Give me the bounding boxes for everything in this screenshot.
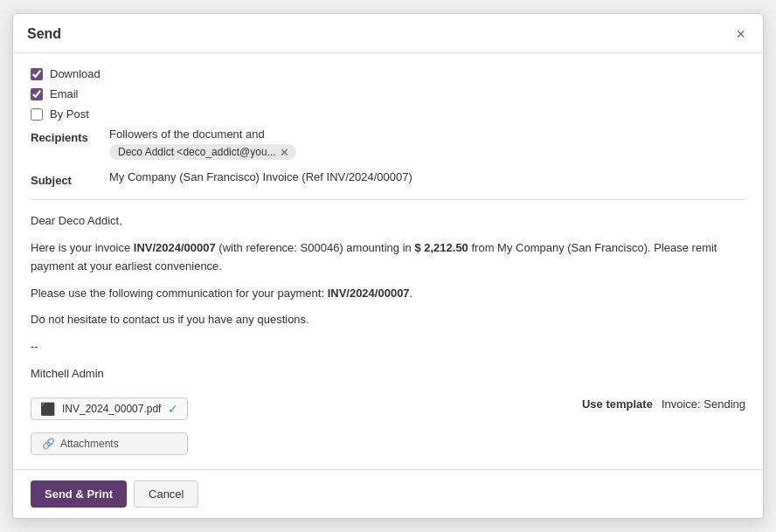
use-template-area: Use template Invoice: Sending xyxy=(582,397,745,411)
attachments-icon: 🔗 xyxy=(42,438,55,450)
paragraph3: Do not hesitate to contact us if you hav… xyxy=(31,311,745,329)
greeting: Dear Deco Addict, xyxy=(31,212,745,231)
email-label[interactable]: Email xyxy=(50,87,79,100)
close-button[interactable]: × xyxy=(732,24,749,44)
subject-value: My Company (San Francisco) Invoice (Ref … xyxy=(109,170,745,183)
check-icon: ✓ xyxy=(168,402,178,416)
left-attachments: ⬛ INV_2024_00007.pdf ✓ 🔗 Attachments xyxy=(31,397,188,455)
download-row: Download xyxy=(31,67,745,80)
use-template-value: Invoice: Sending xyxy=(662,397,745,411)
download-checkbox[interactable] xyxy=(31,68,43,80)
recipient-tag-text: Deco Addict <deco_addict@you... xyxy=(118,146,276,158)
attachments-button[interactable]: 🔗 Attachments xyxy=(31,432,188,455)
recipient-tag: Deco Addict <deco_addict@you... ✕ xyxy=(109,144,296,160)
email-body: Dear Deco Addict, Here is your invoice I… xyxy=(31,212,745,383)
recipient-remove-button[interactable]: ✕ xyxy=(280,147,289,158)
email-row: Email xyxy=(31,87,745,100)
paragraph1: Here is your invoice INV/2024/00007 (wit… xyxy=(31,239,745,276)
bottom-row: ⬛ INV_2024_00007.pdf ✓ 🔗 Attachments Use… xyxy=(31,397,745,455)
by-post-checkbox[interactable] xyxy=(31,108,43,121)
by-post-row: By Post xyxy=(31,107,745,121)
p2-pre: Please use the following communication f… xyxy=(31,287,328,300)
attachment-file: ⬛ INV_2024_00007.pdf ✓ xyxy=(31,397,188,420)
download-label[interactable]: Download xyxy=(50,67,100,80)
p1-pre: Here is your invoice xyxy=(31,241,134,254)
p1-amount: $ 2,212.50 xyxy=(414,241,468,254)
p2-post: . xyxy=(410,287,413,300)
use-template-label: Use template xyxy=(582,397,653,411)
p1-invoice: INV/2024/00007 xyxy=(134,241,216,254)
signature-dash: -- xyxy=(31,338,745,356)
subject-label: Subject xyxy=(31,170,109,187)
recipients-value: Followers of the document and Deco Addic… xyxy=(109,128,745,160)
signature-name: Mitchell Admin xyxy=(31,365,745,383)
attachments-label: Attachments xyxy=(60,438,119,450)
pdf-icon: ⬛ xyxy=(40,402,55,416)
p2-ref: INV/2024/00007 xyxy=(328,287,410,300)
cancel-button[interactable]: Cancel xyxy=(134,480,198,508)
modal-header: Send × xyxy=(13,14,763,53)
email-checkbox[interactable] xyxy=(31,88,43,100)
divider xyxy=(31,199,745,200)
send-modal: Send × Download Email By Post Recipien xyxy=(12,13,764,519)
subject-row: Subject My Company (San Francisco) Invoi… xyxy=(31,170,745,187)
attachment-filename: INV_2024_00007.pdf xyxy=(62,403,161,415)
recipients-row: Recipients Followers of the document and… xyxy=(31,128,745,160)
modal-footer: Send & Print Cancel xyxy=(13,469,763,518)
p1-mid: (with reference: S00046) amounting in xyxy=(216,241,415,254)
by-post-label[interactable]: By Post xyxy=(50,107,89,121)
recipients-label: Recipients xyxy=(31,128,109,144)
modal-body: Download Email By Post Recipients Follow… xyxy=(13,53,763,469)
modal-title: Send xyxy=(27,26,61,42)
paragraph2: Please use the following communication f… xyxy=(31,285,745,303)
recipient-tag-container: Deco Addict <deco_addict@you... ✕ xyxy=(109,144,745,160)
send-print-button[interactable]: Send & Print xyxy=(31,480,127,508)
recipients-static: Followers of the document and xyxy=(109,128,745,141)
